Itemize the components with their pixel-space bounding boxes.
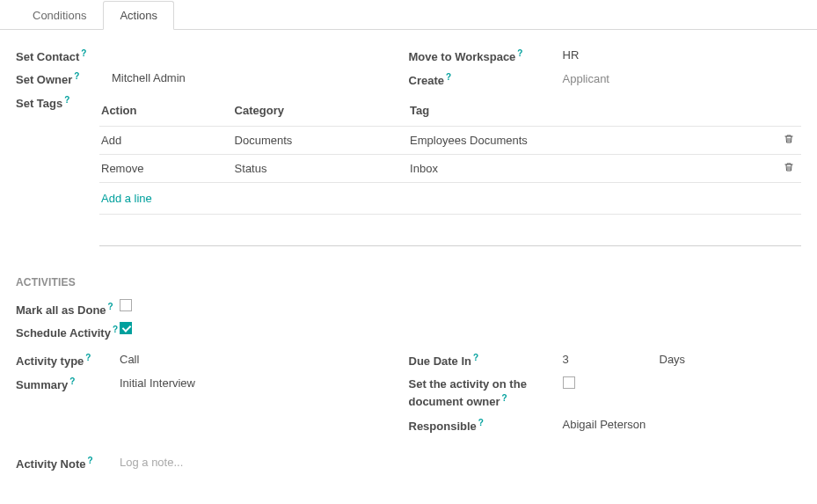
trash-icon [784, 162, 794, 175]
label-responsible: Responsible? [409, 415, 563, 433]
help-icon[interactable]: ? [69, 376, 75, 386]
set-owner-input[interactable]: Mitchell Admin [112, 69, 186, 87]
help-icon[interactable]: ? [473, 353, 478, 362]
cell-tag[interactable]: Inbox [408, 154, 778, 182]
label-set-contact: Set Contact? [16, 46, 99, 63]
cell-tag[interactable]: Employees Documents [408, 126, 778, 154]
mark-done-checkbox[interactable] [120, 299, 132, 311]
help-icon[interactable]: ? [113, 325, 118, 334]
help-icon[interactable]: ? [64, 95, 69, 105]
help-icon[interactable]: ? [74, 71, 79, 81]
section-activities: ACTIVITIES [16, 276, 801, 289]
add-line-button[interactable]: Add a line [99, 182, 801, 214]
label-set-tags: Set Tags? [16, 92, 99, 110]
tab-bar: Conditions Actions [0, 0, 817, 30]
help-icon[interactable]: ? [87, 456, 92, 465]
help-icon[interactable]: ? [478, 418, 484, 427]
activity-note-input[interactable] [120, 453, 735, 471]
due-date-input[interactable]: 3 [563, 350, 580, 369]
set-on-owner-checkbox[interactable] [563, 376, 575, 389]
cell-category[interactable]: Documents [233, 126, 409, 154]
label-set-on-owner: Set the activity on the document owner? [409, 374, 563, 409]
table-row[interactable]: Remove Status Inbox [99, 154, 801, 182]
help-icon[interactable]: ? [517, 48, 522, 58]
responsible-input[interactable]: Abigail Peterson [563, 415, 646, 434]
label-activity-type: Activity type? [16, 350, 120, 368]
delete-row-button[interactable] [778, 126, 801, 154]
trash-icon [784, 134, 794, 147]
help-icon[interactable]: ? [446, 72, 451, 82]
create-input[interactable]: Applicant [563, 69, 609, 88]
tab-conditions[interactable]: Conditions [16, 1, 103, 30]
tab-actions[interactable]: Actions [103, 1, 174, 30]
label-mark-done: Mark all as Done? [16, 299, 120, 317]
cell-category[interactable]: Status [233, 154, 409, 182]
label-schedule-activity: Schedule Activity? [16, 322, 120, 340]
label-move-workspace: Move to Workspace? [409, 46, 545, 63]
delete-row-button[interactable] [778, 154, 801, 182]
cell-action[interactable]: Add [99, 126, 233, 154]
help-icon[interactable]: ? [85, 353, 91, 362]
cell-action[interactable]: Remove [99, 154, 233, 182]
label-due-date: Due Date In? [409, 350, 563, 368]
label-set-owner: Set Owner? [16, 69, 99, 86]
help-icon[interactable]: ? [502, 393, 507, 403]
move-workspace-input[interactable]: HR [563, 46, 580, 64]
label-summary: Summary? [16, 374, 120, 391]
label-activity-note: Activity Note? [16, 453, 120, 471]
activity-type-input[interactable]: Call [120, 350, 139, 369]
help-icon[interactable]: ? [81, 48, 86, 58]
label-create: Create? [409, 69, 545, 87]
summary-input[interactable]: Initial Interview [120, 374, 195, 392]
schedule-activity-checkbox[interactable] [120, 322, 132, 334]
table-row[interactable]: Add Documents Employees Documents [99, 126, 801, 154]
due-date-unit[interactable]: Days [660, 350, 686, 369]
help-icon[interactable]: ? [108, 302, 113, 311]
